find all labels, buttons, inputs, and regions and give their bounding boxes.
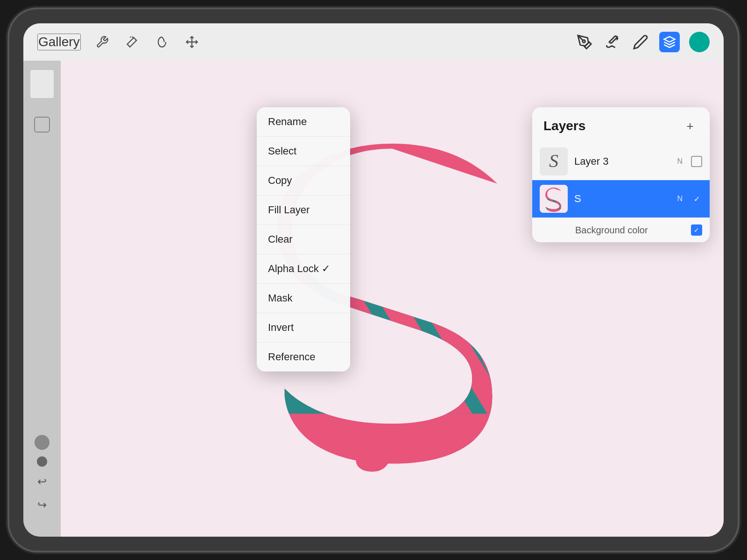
opacity-dot[interactable] [35, 435, 49, 450]
layer-3-name: Layer 3 [574, 155, 670, 168]
flow-dot[interactable] [37, 456, 47, 467]
topbar-left: Gallery [37, 34, 200, 50]
svg-rect-15 [540, 185, 568, 213]
pencil-icon[interactable] [631, 33, 650, 51]
canvas: Rename Select Copy Fill Layer Clear [61, 61, 724, 537]
svg-text:S: S [549, 150, 558, 171]
background-color-row: Background color ✓ [532, 217, 710, 242]
svg-line-2 [132, 36, 133, 37]
layer-item-3[interactable]: S Layer 3 N [532, 143, 710, 180]
add-layer-button[interactable]: + [682, 118, 698, 134]
magic-wand-icon[interactable] [124, 34, 141, 50]
screen: Gallery [23, 23, 724, 537]
layers-title: Layers [543, 119, 585, 133]
left-sidebar: ↩ ↪ [23, 61, 61, 537]
redo-button[interactable]: ↪ [34, 497, 50, 513]
context-mask[interactable]: Mask [257, 284, 350, 313]
svg-marker-6 [664, 36, 675, 42]
layer-s-name: S [574, 193, 670, 205]
layer-3-thumbnail: S [540, 147, 568, 175]
svg-point-5 [583, 40, 585, 43]
layers-panel-toggle[interactable] [659, 32, 680, 52]
context-alpha-lock[interactable]: Alpha Lock ✓ [257, 254, 350, 284]
liquify-icon[interactable] [154, 34, 170, 50]
device-frame: Gallery [9, 9, 738, 551]
brush-icon[interactable] [603, 33, 622, 51]
pen-nib-icon[interactable] [575, 33, 594, 51]
wrench-icon[interactable] [94, 34, 111, 50]
color-picker-circle[interactable] [689, 32, 710, 52]
context-copy[interactable]: Copy [257, 166, 350, 196]
context-clear[interactable]: Clear [257, 225, 350, 254]
context-invert[interactable]: Invert [257, 313, 350, 343]
layer-s-visibility[interactable]: ✓ [691, 193, 702, 204]
brush-size-slider[interactable] [30, 70, 54, 98]
gallery-button[interactable]: Gallery [37, 34, 81, 50]
layer-3-visibility[interactable] [691, 156, 702, 167]
topbar-right [575, 32, 710, 52]
main-content: ↩ ↪ [23, 61, 724, 537]
context-reference[interactable]: Reference [257, 343, 350, 371]
background-color-checkbox[interactable]: ✓ [691, 224, 702, 236]
context-menu: Rename Select Copy Fill Layer Clear [257, 107, 350, 371]
background-color-label: Background color [575, 225, 691, 236]
tool-option-square[interactable] [34, 117, 50, 133]
context-fill-layer[interactable]: Fill Layer [257, 196, 350, 225]
transform-icon[interactable] [183, 34, 200, 50]
context-rename[interactable]: Rename [257, 107, 350, 137]
topbar: Gallery [23, 23, 724, 61]
layer-s-thumbnail [540, 185, 568, 213]
layer-3-badge: N [677, 157, 683, 166]
layers-panel: Layers + S Layer 3 N [532, 107, 710, 242]
layer-s-badge: N [677, 195, 683, 203]
layers-header: Layers + [532, 107, 710, 143]
layer-item-s[interactable]: S N ✓ [532, 180, 710, 217]
context-select[interactable]: Select [257, 137, 350, 166]
svg-marker-11 [402, 273, 512, 413]
undo-button[interactable]: ↩ [34, 473, 50, 490]
